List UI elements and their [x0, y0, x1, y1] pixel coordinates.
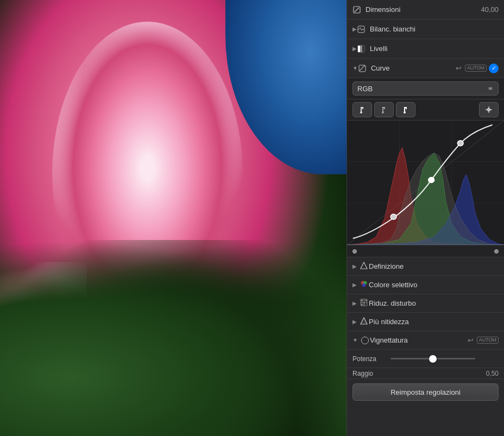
svg-rect-36	[361, 300, 363, 301]
vignettatura-icon	[361, 337, 369, 344]
svg-rect-10	[361, 107, 363, 108]
livelli-row[interactable]: ▶ Livelli	[347, 39, 504, 59]
riduz-disturbo-row[interactable]: ▶ Riduz. disturbo	[347, 294, 504, 313]
nitidezza-icon	[360, 317, 368, 327]
curve-label: Curve	[371, 64, 453, 72]
photo-area	[0, 0, 346, 436]
piu-nitidezza-row[interactable]: ▶ Più nitidezza	[347, 313, 504, 331]
svg-point-29	[429, 178, 434, 183]
colore-chevron-icon: ▶	[352, 282, 357, 288]
svg-rect-18	[404, 107, 407, 108]
svg-rect-14	[382, 107, 385, 108]
vignettatura-label: Vignettatura	[370, 336, 465, 344]
potenza-row: Potenza	[347, 350, 504, 368]
svg-rect-5	[360, 46, 362, 52]
colore-selettivo-row[interactable]: ▶ Colore selettivo	[347, 276, 504, 294]
curve-white-point-dot	[494, 249, 499, 254]
channel-dropdown-arrow	[487, 85, 494, 92]
curve-autom-badge[interactable]: AUTOM	[465, 65, 487, 72]
svg-rect-6	[362, 46, 364, 52]
black-point-tool[interactable]	[352, 102, 372, 117]
bilanc-chevron-icon: ▶	[352, 26, 357, 32]
svg-point-34	[362, 283, 366, 287]
bilanc-label: Bilanc. bianchi	[370, 25, 499, 33]
leaves-overlay	[0, 240, 346, 436]
reset-button-label: Reimposta regolazioni	[390, 388, 461, 396]
pencil-icon	[352, 5, 361, 14]
svg-point-16	[404, 111, 406, 113]
livelli-chevron-icon: ▶	[352, 46, 357, 52]
riduz-chevron-icon: ▶	[352, 300, 357, 306]
curve-chevron-icon: ▼	[352, 65, 358, 71]
curve-undo-icon[interactable]: ↩	[456, 64, 462, 72]
svg-marker-31	[361, 262, 367, 269]
livelli-icon	[357, 45, 366, 53]
svg-point-8	[360, 111, 362, 113]
potenza-label: Potenza	[352, 355, 390, 363]
rgb-row: RGB	[347, 78, 504, 99]
svg-rect-15	[384, 108, 385, 109]
svg-rect-40	[363, 302, 365, 304]
raggio-row: Raggio 0,50	[347, 368, 504, 379]
curve-graph[interactable]	[347, 121, 504, 245]
vignettatura-header-row[interactable]: ▼ Vignettatura ↩ AUTOM	[347, 331, 504, 350]
rgb-channel-label: RGB	[357, 85, 373, 93]
curve-controls: RGB	[347, 78, 504, 257]
curve-points-row	[347, 245, 504, 257]
vignettatura-autom-badge[interactable]: AUTOM	[477, 337, 499, 344]
colore-icon	[360, 280, 368, 290]
definizione-row[interactable]: ▶ Definizione	[347, 257, 504, 276]
dimensioni-row[interactable]: Dimensioni 40,00	[347, 0, 504, 20]
piu-nitidezza-label: Più nitidezza	[369, 318, 409, 326]
tools-row	[347, 99, 504, 121]
right-panel: Dimensioni 40,00 ▶ Bilanc. bianchi ▶ Liv…	[346, 0, 504, 436]
livelli-label: Livelli	[370, 45, 499, 53]
svg-point-12	[382, 111, 384, 113]
dimensioni-value: 40,00	[481, 5, 499, 14]
svg-rect-41	[366, 302, 367, 304]
svg-rect-19	[406, 108, 407, 109]
svg-point-28	[390, 214, 396, 219]
gray-point-tool[interactable]	[374, 102, 394, 117]
svg-line-1	[355, 8, 359, 12]
curve-check-icon[interactable]: ✓	[489, 64, 499, 73]
vignettatura-undo-icon[interactable]: ↩	[468, 336, 474, 344]
rgb-channel-select[interactable]: RGB	[352, 81, 499, 96]
nitidezza-chevron-icon: ▶	[352, 319, 357, 325]
curve-black-point-dot	[352, 249, 357, 254]
raggio-label: Raggio	[352, 370, 390, 377]
colore-selettivo-label: Colore selettivo	[369, 281, 418, 289]
riduz-disturbo-label: Riduz. disturbo	[369, 299, 416, 307]
white-point-tool[interactable]	[396, 102, 415, 117]
raggio-value: 0,50	[486, 370, 499, 377]
crosshair-tool[interactable]	[479, 102, 499, 117]
definizione-chevron-icon: ▶	[352, 263, 357, 269]
riduz-icon	[360, 299, 368, 308]
svg-marker-44	[361, 318, 367, 324]
svg-rect-38	[366, 300, 367, 301]
bilanc-row[interactable]: ▶ Bilanc. bianchi	[347, 20, 504, 39]
potenza-slider[interactable]	[390, 358, 475, 359]
svg-rect-37	[363, 300, 365, 301]
definizione-icon	[360, 262, 368, 271]
svg-rect-43	[363, 304, 365, 305]
dimensioni-label: Dimensioni	[366, 5, 481, 14]
reset-adjustments-button[interactable]: Reimposta regolazioni	[352, 383, 499, 401]
bilanc-icon	[357, 25, 366, 34]
svg-rect-42	[361, 304, 363, 305]
definizione-label: Definizione	[369, 262, 404, 270]
svg-rect-11	[362, 108, 363, 109]
svg-rect-4	[358, 46, 360, 52]
svg-rect-39	[361, 302, 363, 304]
curve-header-row[interactable]: ▼ Curve ↩ AUTOM ✓	[347, 59, 504, 78]
vignettatura-chevron-icon: ▼	[352, 337, 358, 343]
svg-point-30	[457, 141, 463, 146]
curve-icon	[358, 64, 367, 73]
